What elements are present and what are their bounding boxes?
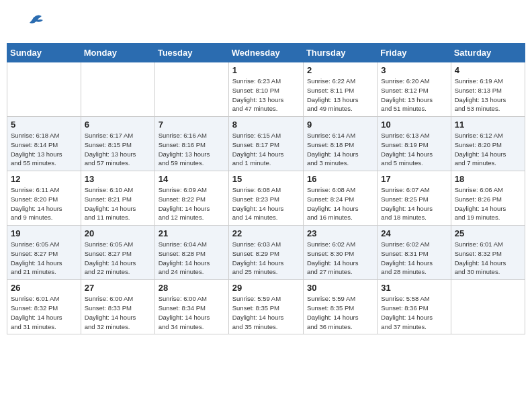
calendar-cell: 27Sunrise: 6:00 AM Sunset: 8:33 PM Dayli… (81, 280, 154, 334)
calendar-header-row: SundayMondayTuesdayWednesdayThursdayFrid… (7, 44, 525, 62)
calendar-cell: 8Sunrise: 6:15 AM Sunset: 8:17 PM Daylig… (228, 117, 303, 171)
day-number: 18 (455, 174, 521, 184)
calendar-cell: 25Sunrise: 6:01 AM Sunset: 8:32 PM Dayli… (451, 226, 525, 280)
calendar-cell: 1Sunrise: 6:23 AM Sunset: 8:10 PM Daylig… (228, 62, 303, 117)
calendar-cell: 19Sunrise: 6:05 AM Sunset: 8:27 PM Dayli… (7, 226, 81, 280)
calendar-cell: 16Sunrise: 6:08 AM Sunset: 8:24 PM Dayli… (303, 171, 377, 226)
day-info: Sunrise: 5:59 AM Sunset: 8:35 PM Dayligh… (307, 294, 373, 331)
day-info: Sunrise: 6:00 AM Sunset: 8:33 PM Dayligh… (85, 294, 151, 331)
calendar-cell: 4Sunrise: 6:19 AM Sunset: 8:13 PM Daylig… (451, 62, 525, 117)
calendar-cell: 6Sunrise: 6:17 AM Sunset: 8:15 PM Daylig… (81, 117, 154, 171)
day-number: 30 (307, 283, 373, 293)
day-info: Sunrise: 6:03 AM Sunset: 8:29 PM Dayligh… (232, 240, 300, 277)
column-header-tuesday: Tuesday (154, 44, 228, 62)
day-number: 11 (455, 120, 521, 130)
day-info: Sunrise: 6:00 AM Sunset: 8:34 PM Dayligh… (159, 294, 225, 331)
day-info: Sunrise: 6:18 AM Sunset: 8:14 PM Dayligh… (11, 131, 77, 168)
day-number: 20 (85, 228, 151, 238)
day-info: Sunrise: 6:23 AM Sunset: 8:10 PM Dayligh… (232, 77, 300, 113)
day-info: Sunrise: 6:08 AM Sunset: 8:23 PM Dayligh… (232, 185, 300, 222)
day-number: 23 (307, 228, 373, 238)
calendar-cell (154, 62, 228, 117)
day-number: 21 (159, 228, 225, 238)
day-number: 8 (232, 120, 300, 130)
column-header-saturday: Saturday (451, 44, 525, 62)
calendar-cell: 14Sunrise: 6:09 AM Sunset: 8:22 PM Dayli… (154, 171, 228, 226)
day-number: 16 (307, 174, 373, 184)
day-number: 26 (11, 283, 77, 293)
calendar-week-row: 1Sunrise: 6:23 AM Sunset: 8:10 PM Daylig… (7, 62, 525, 117)
column-header-monday: Monday (81, 44, 154, 62)
day-number: 19 (11, 228, 77, 238)
day-info: Sunrise: 5:58 AM Sunset: 8:36 PM Dayligh… (381, 294, 447, 331)
calendar-week-row: 26Sunrise: 6:01 AM Sunset: 8:32 PM Dayli… (7, 280, 525, 334)
day-info: Sunrise: 6:11 AM Sunset: 8:20 PM Dayligh… (11, 185, 77, 222)
day-number: 15 (232, 174, 300, 184)
calendar-cell: 13Sunrise: 6:10 AM Sunset: 8:21 PM Dayli… (81, 171, 154, 226)
day-number: 3 (381, 65, 447, 75)
calendar-cell: 18Sunrise: 6:06 AM Sunset: 8:26 PM Dayli… (451, 171, 525, 226)
calendar-week-row: 19Sunrise: 6:05 AM Sunset: 8:27 PM Dayli… (7, 226, 525, 280)
calendar-cell (7, 62, 81, 117)
day-number: 14 (159, 174, 225, 184)
day-info: Sunrise: 6:13 AM Sunset: 8:19 PM Dayligh… (381, 131, 447, 168)
day-info: Sunrise: 6:15 AM Sunset: 8:17 PM Dayligh… (232, 131, 300, 168)
calendar-cell: 17Sunrise: 6:07 AM Sunset: 8:25 PM Dayli… (378, 171, 451, 226)
calendar-week-row: 12Sunrise: 6:11 AM Sunset: 8:20 PM Dayli… (7, 171, 525, 226)
day-info: Sunrise: 6:02 AM Sunset: 8:30 PM Dayligh… (307, 240, 373, 277)
day-number: 7 (159, 120, 225, 130)
day-info: Sunrise: 6:14 AM Sunset: 8:18 PM Dayligh… (307, 131, 373, 168)
day-number: 9 (307, 120, 373, 130)
calendar-cell (451, 280, 525, 334)
calendar-cell: 23Sunrise: 6:02 AM Sunset: 8:30 PM Dayli… (303, 226, 377, 280)
logo-icon (13, 12, 46, 36)
day-number: 1 (232, 65, 300, 75)
calendar-cell: 29Sunrise: 5:59 AM Sunset: 8:35 PM Dayli… (228, 280, 303, 334)
column-header-wednesday: Wednesday (228, 44, 303, 62)
calendar-cell: 3Sunrise: 6:20 AM Sunset: 8:12 PM Daylig… (378, 62, 451, 117)
day-info: Sunrise: 6:02 AM Sunset: 8:31 PM Dayligh… (381, 240, 447, 277)
calendar-cell: 7Sunrise: 6:16 AM Sunset: 8:16 PM Daylig… (154, 117, 228, 171)
day-number: 22 (232, 228, 300, 238)
day-number: 17 (381, 174, 447, 184)
calendar-cell: 11Sunrise: 6:12 AM Sunset: 8:20 PM Dayli… (451, 117, 525, 171)
calendar-cell: 30Sunrise: 5:59 AM Sunset: 8:35 PM Dayli… (303, 280, 377, 334)
calendar-cell: 20Sunrise: 6:05 AM Sunset: 8:27 PM Dayli… (81, 226, 154, 280)
day-number: 27 (85, 283, 151, 293)
day-info: Sunrise: 6:08 AM Sunset: 8:24 PM Dayligh… (307, 185, 373, 222)
day-info: Sunrise: 6:01 AM Sunset: 8:32 PM Dayligh… (11, 294, 77, 331)
day-info: Sunrise: 6:06 AM Sunset: 8:26 PM Dayligh… (455, 185, 521, 222)
page-header (7, 7, 525, 39)
day-number: 6 (85, 120, 151, 130)
calendar-cell: 31Sunrise: 5:58 AM Sunset: 8:36 PM Dayli… (378, 280, 451, 334)
day-number: 5 (11, 120, 77, 130)
day-info: Sunrise: 6:07 AM Sunset: 8:25 PM Dayligh… (381, 185, 447, 222)
day-number: 2 (307, 65, 373, 75)
calendar-cell: 15Sunrise: 6:08 AM Sunset: 8:23 PM Dayli… (228, 171, 303, 226)
calendar-cell (81, 62, 154, 117)
day-number: 28 (159, 283, 225, 293)
day-number: 13 (85, 174, 151, 184)
day-info: Sunrise: 6:12 AM Sunset: 8:20 PM Dayligh… (455, 131, 521, 168)
calendar-cell: 5Sunrise: 6:18 AM Sunset: 8:14 PM Daylig… (7, 117, 81, 171)
calendar-week-row: 5Sunrise: 6:18 AM Sunset: 8:14 PM Daylig… (7, 117, 525, 171)
day-info: Sunrise: 6:22 AM Sunset: 8:11 PM Dayligh… (307, 77, 373, 113)
day-number: 10 (381, 120, 447, 130)
column-header-sunday: Sunday (7, 44, 81, 62)
day-info: Sunrise: 6:17 AM Sunset: 8:15 PM Dayligh… (85, 131, 151, 168)
day-number: 25 (455, 228, 521, 238)
day-info: Sunrise: 6:10 AM Sunset: 8:21 PM Dayligh… (85, 185, 151, 222)
day-info: Sunrise: 5:59 AM Sunset: 8:35 PM Dayligh… (232, 294, 300, 331)
day-info: Sunrise: 6:05 AM Sunset: 8:27 PM Dayligh… (85, 240, 151, 277)
column-header-friday: Friday (378, 44, 451, 62)
calendar-cell: 9Sunrise: 6:14 AM Sunset: 8:18 PM Daylig… (303, 117, 377, 171)
calendar-table: SundayMondayTuesdayWednesdayThursdayFrid… (7, 43, 525, 334)
calendar-cell: 21Sunrise: 6:04 AM Sunset: 8:28 PM Dayli… (154, 226, 228, 280)
day-info: Sunrise: 6:09 AM Sunset: 8:22 PM Dayligh… (159, 185, 225, 222)
calendar-cell: 26Sunrise: 6:01 AM Sunset: 8:32 PM Dayli… (7, 280, 81, 334)
calendar-cell: 12Sunrise: 6:11 AM Sunset: 8:20 PM Dayli… (7, 171, 81, 226)
calendar-cell: 10Sunrise: 6:13 AM Sunset: 8:19 PM Dayli… (378, 117, 451, 171)
day-number: 24 (381, 228, 447, 238)
calendar-cell: 22Sunrise: 6:03 AM Sunset: 8:29 PM Dayli… (228, 226, 303, 280)
day-info: Sunrise: 6:04 AM Sunset: 8:28 PM Dayligh… (159, 240, 225, 277)
